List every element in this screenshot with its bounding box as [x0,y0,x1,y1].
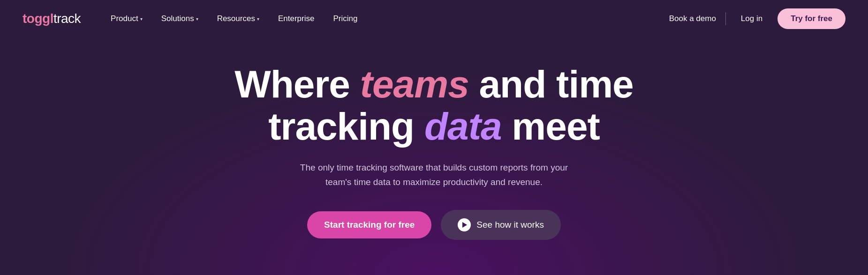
nav-solutions-label: Solutions [161,14,194,23]
logo-toggl: toggl [23,11,53,26]
hero-subtitle: The only time tracking software that bui… [289,161,580,189]
nav-divider [725,12,726,25]
nav-right: Book a demo Log in Try for free [667,8,845,29]
nav-pricing-label: Pricing [333,14,357,23]
hero-title-part1: Where [234,63,360,105]
nav-item-solutions[interactable]: Solutions ▾ [154,10,206,27]
see-how-it-works-button[interactable]: See how it works [441,210,561,240]
nav-item-enterprise[interactable]: Enterprise [271,10,322,27]
hero-title: Where teams and time tracking data meet [223,63,645,148]
start-tracking-button[interactable]: Start tracking for free [307,211,431,238]
hero-title-teams: teams [360,63,469,105]
see-how-label: See how it works [476,220,544,230]
hero-buttons: Start tracking for free See how it works [307,210,561,240]
logo-track: track [53,11,81,26]
try-free-button[interactable]: Try for free [777,8,845,29]
nav-item-pricing[interactable]: Pricing [325,10,365,27]
nav-item-product[interactable]: Product ▾ [103,10,150,27]
nav-product-label: Product [111,14,138,23]
nav-enterprise-label: Enterprise [278,14,314,23]
hero-title-part3: meet [502,105,600,148]
play-triangle [462,222,467,228]
navigation: toggl track Product ▾ Solutions ▾ Resour… [0,0,868,37]
hero-section: Where teams and time tracking data meet … [0,37,868,275]
chevron-down-icon: ▾ [140,16,143,22]
hero-title-data: data [424,105,502,148]
play-icon [458,218,471,231]
logo[interactable]: toggl track [23,11,81,26]
chevron-down-icon: ▾ [196,16,198,22]
book-demo-link[interactable]: Book a demo [667,10,718,27]
nav-item-resources[interactable]: Resources ▾ [210,10,267,27]
nav-resources-label: Resources [217,14,255,23]
login-button[interactable]: Log in [733,10,770,27]
chevron-down-icon: ▾ [257,16,259,22]
nav-links: Product ▾ Solutions ▾ Resources ▾ Enterp… [103,10,667,27]
